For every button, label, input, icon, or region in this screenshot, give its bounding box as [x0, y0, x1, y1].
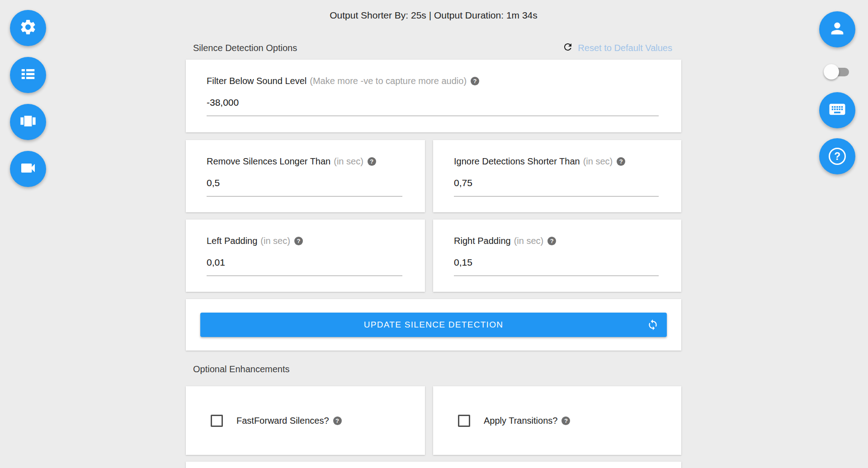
keyboard-shortcuts-button[interactable]	[819, 92, 855, 128]
fastforward-silences-card: FastForward Silences? ?	[186, 386, 425, 455]
right-padding-card: Right Padding (in sec) ? 0,15	[433, 220, 681, 292]
ignore-detections-hint: (in sec)	[583, 156, 613, 167]
person-icon	[828, 19, 846, 39]
reset-defaults-label: Reset to Default Values	[578, 43, 672, 53]
settings-button[interactable]	[10, 10, 46, 46]
apply-transitions-card: Apply Transitions? ?	[433, 386, 681, 455]
remove-silences-input[interactable]: 0,5	[207, 178, 402, 188]
help-icon[interactable]: ?	[333, 417, 342, 425]
account-button[interactable]	[819, 11, 855, 47]
filter-sound-level-hint: (Make more -ve to capture more audio)	[310, 76, 467, 86]
filter-sound-level-input[interactable]: -38,000	[207, 97, 659, 108]
input-underline	[454, 196, 659, 197]
input-underline	[207, 276, 402, 276]
help-button[interactable]: ?	[819, 138, 855, 174]
help-icon[interactable]: ?	[547, 237, 556, 245]
apply-transitions-label: Apply Transitions?	[484, 416, 557, 426]
input-underline	[207, 196, 402, 197]
apply-transitions-checkbox[interactable]	[458, 415, 470, 427]
videocam-icon	[19, 159, 37, 179]
remove-silences-hint: (in sec)	[334, 156, 363, 167]
main-content: Output Shorter By: 25s | Output Duration…	[186, 0, 681, 468]
update-silence-detection-button[interactable]: UPDATE SILENCE DETECTION	[200, 313, 667, 337]
input-underline	[454, 276, 659, 276]
carousel-view-button[interactable]	[10, 104, 46, 140]
optional-enhancements-header: Optional Enhancements	[193, 364, 672, 374]
ignore-detections-input[interactable]: 0,75	[454, 178, 659, 188]
optional-enhancements-title: Optional Enhancements	[193, 364, 289, 374]
keyboard-icon	[828, 100, 847, 121]
remove-silences-card: Remove Silences Longer Than (in sec) ? 0…	[186, 140, 425, 212]
fastforward-silences-label: FastForward Silences?	[236, 416, 329, 426]
remove-silences-label: Remove Silences Longer Than	[207, 156, 330, 167]
ignore-detections-card: Ignore Detections Shorter Than (in sec) …	[433, 140, 681, 212]
reset-defaults-link[interactable]: Reset to Default Values	[562, 42, 672, 54]
app-stage: ? Output Shorter By: 25s | Output Durati…	[0, 0, 868, 468]
left-padding-label: Left Padding	[207, 236, 257, 246]
left-padding-hint: (in sec)	[260, 236, 290, 246]
right-padding-label: Right Padding	[454, 236, 511, 246]
input-underline	[207, 116, 659, 116]
toggle-switch[interactable]	[824, 63, 850, 80]
view-carousel-icon	[19, 112, 37, 132]
help-icon[interactable]: ?	[471, 77, 479, 85]
update-button-label: UPDATE SILENCE DETECTION	[364, 320, 504, 330]
fastforward-silences-checkbox[interactable]	[211, 415, 223, 427]
right-padding-hint: (in sec)	[514, 236, 544, 246]
output-status-text: Output Shorter By: 25s | Output Duration…	[186, 10, 681, 21]
gear-icon	[19, 18, 37, 38]
left-padding-card: Left Padding (in sec) ? 0,01	[186, 220, 425, 292]
help-icon[interactable]: ?	[617, 157, 625, 166]
filter-sound-level-label: Filter Below Sound Level	[207, 76, 307, 86]
question-mark-icon: ?	[829, 148, 846, 165]
silence-options-title: Silence Detection Options	[193, 43, 297, 53]
list-view-button[interactable]	[10, 57, 46, 93]
right-padding-input[interactable]: 0,15	[454, 257, 659, 268]
help-icon[interactable]: ?	[294, 237, 303, 245]
toggle-knob	[824, 64, 839, 80]
update-button-card: UPDATE SILENCE DETECTION	[186, 299, 681, 351]
list-icon	[19, 66, 37, 84]
next-section-card	[186, 462, 681, 468]
ignore-detections-label: Ignore Detections Shorter Than	[454, 156, 580, 167]
refresh-icon	[562, 42, 578, 54]
silence-options-header: Silence Detection Options Reset to Defau…	[193, 42, 672, 54]
help-icon[interactable]: ?	[368, 157, 376, 166]
video-camera-button[interactable]	[10, 151, 46, 187]
filter-sound-level-card: Filter Below Sound Level (Make more -ve …	[186, 60, 681, 132]
left-padding-input[interactable]: 0,01	[207, 257, 402, 268]
help-icon[interactable]: ?	[561, 417, 570, 425]
